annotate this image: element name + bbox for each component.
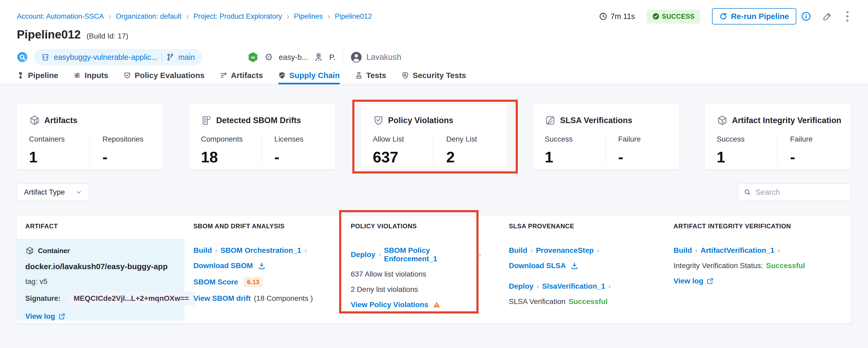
trigger-user[interactable]: P. xyxy=(329,53,336,62)
slsa-status-value: Successful xyxy=(569,297,608,306)
tab-policy-evaluations[interactable]: Policy Evaluations xyxy=(124,66,205,84)
pill-divider xyxy=(161,53,162,62)
policy-step-breadcrumb: Deploy › SBOM Policy Enforcement_1 › xyxy=(351,246,481,263)
metric-label: Repositories xyxy=(102,135,158,143)
cube-icon xyxy=(29,115,40,126)
repo-name[interactable]: easybuggy-vulnerable-applic... xyxy=(54,53,157,62)
tab-artifacts[interactable]: Artifacts xyxy=(220,66,263,84)
stage-link[interactable]: Build xyxy=(509,246,527,255)
tab-label: Supply Chain xyxy=(289,71,340,80)
breadcrumb-account[interactable]: Account: Automation-SSCA xyxy=(17,12,104,21)
step-link[interactable]: SBOM Orchestration_1 xyxy=(221,246,302,255)
execution-meta-row: easybuggy-vulnerable-applic... main ∞ ⚙ … xyxy=(17,48,851,66)
search-input[interactable] xyxy=(756,188,845,197)
trigger-name[interactable]: easy-b... xyxy=(279,53,308,62)
metric-label: Licenses xyxy=(274,135,330,143)
execution-duration: 7m 11s xyxy=(599,12,635,21)
artifact-image-name: docker.io/lavakush07/easy-buggy-app xyxy=(25,262,177,271)
warning-icon xyxy=(433,301,441,309)
repo-branch-pill[interactable]: easybuggy-vulnerable-applic... main xyxy=(34,49,203,65)
branch-name[interactable]: main xyxy=(178,53,195,62)
breadcrumb-project[interactable]: Project: Product Exploratory xyxy=(193,12,282,21)
metric-label: Failure xyxy=(618,135,674,143)
cube-check-icon xyxy=(717,115,728,126)
chevron-right-icon: › xyxy=(378,251,381,259)
filter-row: Artifact Type xyxy=(17,183,851,201)
signature-label: Signature: xyxy=(25,294,61,303)
page-title: Pipeline012 xyxy=(17,28,81,41)
stage-link[interactable]: Deploy xyxy=(351,251,375,259)
main-content: Artifacts Containers1 Repositories- Dete… xyxy=(0,104,868,323)
artifacts-table: ARTIFACT SBOM AND DRIFT ANALYSIS POLICY … xyxy=(17,216,851,323)
column-header-artifact: ARTIFACT xyxy=(17,223,184,230)
build-id: (Build Id: 17) xyxy=(87,32,128,40)
download-sbom-link[interactable]: Download SBOM xyxy=(193,262,253,270)
step-link[interactable]: ArtifactVerification_1 xyxy=(701,246,774,255)
chevron-right-icon: › xyxy=(609,282,611,291)
artifact-type-select[interactable]: Artifact Type xyxy=(17,183,89,201)
metric-label: Allow List xyxy=(373,135,428,143)
signature-row: Signature: MEQCICde2Vjl...L+2+mqnOXw== xyxy=(25,292,177,305)
chevron-right-icon: › xyxy=(478,251,481,259)
search-box xyxy=(738,183,851,201)
integrity-status-value: Successful xyxy=(766,262,805,270)
stage-link[interactable]: Deploy xyxy=(509,282,533,291)
sbom-score-line: SBOM Score 6.13 xyxy=(193,277,341,287)
chevron-right-icon: › xyxy=(778,246,780,255)
metric-value: 18 xyxy=(201,148,256,166)
status-badge: SUCCESS xyxy=(647,9,701,24)
card-title-text: Artifact Integrity Verification xyxy=(732,116,841,125)
info-icon[interactable] xyxy=(801,11,811,21)
metric-value: - xyxy=(790,148,846,166)
view-log-link[interactable]: View log xyxy=(25,312,55,321)
breadcrumb-pipeline012[interactable]: Pipeline012 xyxy=(335,12,372,21)
download-slsa-link[interactable]: Download SLSA xyxy=(509,262,566,270)
metric-value: 2 xyxy=(446,148,502,166)
tab-label: Policy Evaluations xyxy=(135,71,205,80)
step-link[interactable]: SBOM Policy Enforcement_1 xyxy=(384,246,475,263)
clock-icon xyxy=(599,12,608,21)
slsa-status-label: SLSA Verification xyxy=(509,297,565,306)
chevron-right-icon: › xyxy=(536,282,539,291)
flask-icon xyxy=(355,72,363,79)
view-sbom-drift-link[interactable]: View SBOM drift xyxy=(193,294,251,303)
step-link[interactable]: SlsaVerification_1 xyxy=(542,282,605,291)
breadcrumb-pipelines[interactable]: Pipelines xyxy=(294,12,323,21)
tab-pipeline[interactable]: Pipeline xyxy=(17,66,58,84)
trigger-webhook-icon xyxy=(17,52,28,63)
rerun-pipeline-button[interactable]: Re-run Pipeline xyxy=(712,8,796,25)
pipeline-icon xyxy=(17,72,24,79)
shield-check-icon xyxy=(373,115,384,126)
sbom-document-icon xyxy=(201,115,212,126)
inputs-icon xyxy=(73,72,81,79)
chevron-right-icon: › xyxy=(304,246,307,255)
edit-pencil-icon[interactable] xyxy=(823,11,832,21)
sbom-score-link[interactable]: SBOM Score xyxy=(193,278,238,286)
view-policy-violations-link[interactable]: View Policy Violations xyxy=(351,300,429,309)
tab-supply-chain[interactable]: Supply Chain xyxy=(278,66,340,84)
view-log-link[interactable]: View log xyxy=(674,277,703,285)
integrity-step-breadcrumb: Build › ArtifactVerification_1 › xyxy=(674,246,851,255)
supply-chain-shield-icon xyxy=(278,72,286,79)
tab-inputs[interactable]: Inputs xyxy=(73,66,108,84)
metric-label: Success xyxy=(545,135,600,143)
step-link[interactable]: ProvenanceStep xyxy=(536,246,594,255)
slsa-cell: Build › ProvenanceStep › Download SLSA D… xyxy=(481,239,656,321)
integrity-status-line: Integrity Verification Status: Successfu… xyxy=(674,262,851,270)
supply-chain-page: Account: Automation-SSCA › Organization:… xyxy=(0,0,868,348)
column-header-slsa: SLSA PROVENANCE xyxy=(481,223,656,230)
download-icon xyxy=(258,262,266,270)
tab-security-tests[interactable]: Security Tests xyxy=(402,66,466,84)
duration-text: 7m 11s xyxy=(611,12,635,21)
tab-tests[interactable]: Tests xyxy=(355,66,386,84)
breadcrumb-organization[interactable]: Organization: default xyxy=(116,12,182,21)
breadcrumb-separator-icon: › xyxy=(186,12,189,21)
stage-link[interactable]: Build xyxy=(674,246,692,255)
stage-link[interactable]: Build xyxy=(193,246,212,255)
repository-icon xyxy=(41,53,50,61)
more-options-menu-icon[interactable] xyxy=(844,10,851,23)
metric-label: Success xyxy=(717,135,772,143)
breadcrumb-separator-icon: › xyxy=(287,12,289,21)
gear-icon: ⚙ xyxy=(265,53,273,62)
card-policy-violations: Policy Violations Allow List637 Deny Lis… xyxy=(361,104,507,169)
